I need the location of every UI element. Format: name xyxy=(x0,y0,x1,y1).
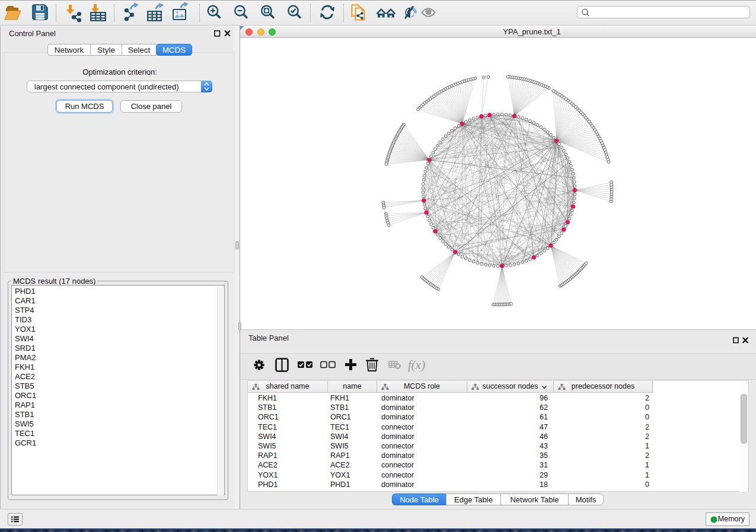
svg-text:f(x): f(x) xyxy=(408,358,425,372)
